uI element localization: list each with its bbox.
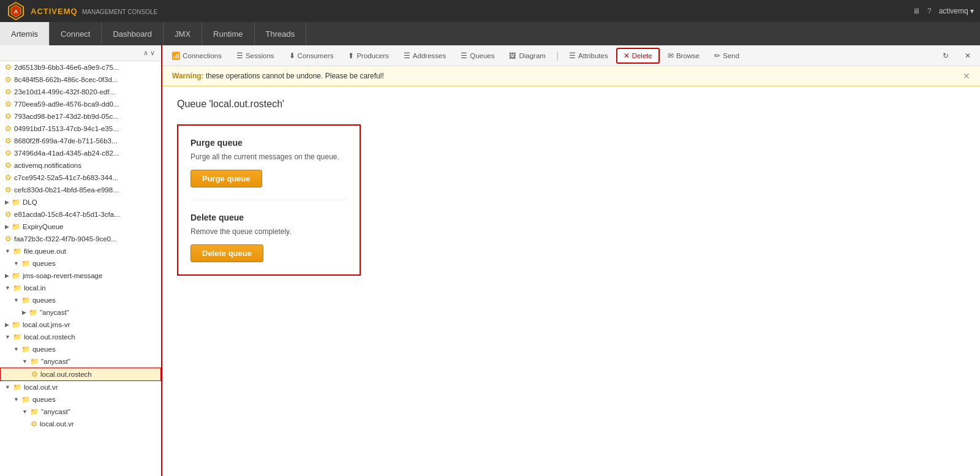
folder-icon: 📁 (13, 383, 21, 391)
gear-icon: ⚙ (5, 149, 12, 157)
tree-item[interactable]: ▼ 📁 queues (0, 393, 161, 406)
tree-item-label: 37496d4a-41ad-4345-ab24-c82... (14, 149, 119, 157)
arrow-right-icon: ▶ (22, 309, 26, 315)
tree-item[interactable]: ⚙ 2d6513b9-6bb3-46e6-a9e9-c75... (0, 61, 161, 74)
tree-item[interactable]: ▶ 📁 local.out.jms-vr (0, 319, 161, 331)
tab-separator: | (556, 50, 559, 61)
tree-item[interactable]: ▼ 📁 local.out.rostech (0, 331, 161, 343)
tree-item-label: queues (32, 297, 56, 304)
tree-item-label: 793acd98-be17-43d2-bb9d-05c... (14, 113, 119, 120)
tree-item-label: local.out.vr (40, 420, 74, 428)
nav-artemis[interactable]: Artemis (0, 22, 50, 45)
monitor-icon[interactable]: 🖥 (913, 7, 920, 15)
tab-sessions[interactable]: ☰ Sessions (230, 48, 281, 63)
tab-diagram[interactable]: 🖼 Diagram (502, 49, 552, 62)
gear-icon: ⚙ (5, 112, 12, 121)
folder-icon: 📁 (21, 345, 30, 353)
tree-item[interactable]: ⚙ 8680f2ff-699a-47de-b711-56b3... (0, 135, 161, 147)
folder-icon: 📁 (13, 284, 21, 292)
tree-item[interactable]: ⚙ faa72b3c-f322-4f7b-9045-9ce0... (0, 233, 161, 245)
tree-item[interactable]: ⚙ local.out.vr (0, 418, 161, 430)
tree-item[interactable]: ⚙ 770eea59-ad9e-4576-bca9-dd0... (0, 98, 161, 110)
tree-item[interactable]: ▶ 📁 "anycast" (0, 306, 161, 319)
logo-sub: MANAGEMENT CONSOLE (82, 9, 157, 15)
tree-item[interactable]: ▼ 📁 queues (0, 343, 161, 355)
nav-bar: Artemis Connect Dashboard JMX Runtime Th… (0, 22, 980, 45)
user-menu[interactable]: activemq ▾ (939, 7, 974, 15)
tree-item-label: 23e10d14-499c-432f-8020-edf... (14, 88, 115, 96)
tree-item[interactable]: ⚙ 04991bd7-1513-47cb-94c1-e35... (0, 123, 161, 135)
nav-connect[interactable]: Connect (50, 22, 102, 45)
purge-queue-btn[interactable]: Purge queue (190, 170, 262, 187)
tab-consumers[interactable]: ⬇ Consumers (282, 48, 341, 63)
tab-delete[interactable]: ✕ Delete (616, 48, 660, 64)
tab-producers[interactable]: ⬆ Producers (341, 48, 395, 63)
tree-item-label: 8680f2ff-699a-47de-b711-56b3... (14, 137, 118, 145)
tree-item[interactable]: ⚙ 793acd98-be17-43d2-bb9d-05c... (0, 110, 161, 123)
tab-send[interactable]: ✏ Send (707, 48, 746, 63)
tree-item-label: DLQ (23, 198, 37, 206)
tree-item[interactable]: ⚙ cefc830d-0b21-4bfd-85ea-e998... (0, 184, 161, 196)
tab-bar-right: ↻ ✕ (936, 48, 978, 63)
tree-item[interactable]: ⚙ 37496d4a-41ad-4345-ab24-c82... (0, 147, 161, 159)
tree-item[interactable]: ▶ 📁 ExpiryQueue (0, 221, 161, 233)
help-icon[interactable]: ? (927, 7, 932, 15)
tree-item[interactable]: ▼ 📁 local.out.vr (0, 381, 161, 393)
tree-item-label: "anycast" (41, 408, 70, 415)
tree-item[interactable]: ⚙ 23e10d14-499c-432f-8020-edf... (0, 86, 161, 98)
gear-icon: ⚙ (5, 124, 12, 133)
top-bar-right: 🖥 ? activemq ▾ (913, 7, 974, 15)
gear-icon: ⚙ (31, 420, 37, 428)
tree-item-label: 770eea59-ad9e-4576-bca9-dd0... (14, 100, 119, 108)
tree-item[interactable]: ▶ 📁 jms-soap-revert-message (0, 270, 161, 282)
tree-item[interactable]: ⚙ c7ce9542-52a5-41c7-b683-344... (0, 172, 161, 184)
tree-container: ⚙ 2d6513b9-6bb3-46e6-a9e9-c75... ⚙ 8c484… (0, 61, 161, 430)
tree-item[interactable]: ⚙ e81acda0-15c8-4c47-b5d1-3cfa... (0, 208, 161, 221)
tree-item[interactable]: ▼ 📁 "anycast" (0, 406, 161, 418)
nav-dashboard[interactable]: Dashboard (102, 22, 164, 45)
logo-area: A ACTIVEMQ MANAGEMENT CONSOLE (6, 1, 157, 21)
sidebar: ∧ ∨ ⚙ 2d6513b9-6bb3-46e6-a9e9-c75... ⚙ 8… (0, 45, 162, 476)
purge-section-title: Purge queue (190, 138, 347, 148)
arrow-down-icon: ▼ (5, 384, 10, 390)
delete-queue-btn[interactable]: Delete queue (190, 244, 263, 262)
tree-item-label: c7ce9542-52a5-41c7-b683-344... (14, 174, 118, 181)
tree-item[interactable]: ▼ 📁 queues (0, 257, 161, 270)
tree-item[interactable]: ⚙ 8c484f58-662b-486c-8cec-0f3d... (0, 74, 161, 86)
folder-icon: 📁 (13, 333, 21, 341)
nav-runtime[interactable]: Runtime (202, 22, 254, 45)
tree-item[interactable]: ▼ 📁 "anycast" (0, 355, 161, 368)
tree-item[interactable]: ▶ 📁 DLQ (0, 196, 161, 208)
delete-section-desc: Remove the queue completely. (190, 227, 347, 236)
tree-item[interactable]: ▼ 📁 local.in (0, 282, 161, 294)
tab-connections[interactable]: 📶 Connections (165, 48, 228, 63)
tree-item[interactable]: ⚙ activemq.notifications (0, 159, 161, 172)
tree-item-label: cefc830d-0b21-4bfd-85ea-e998... (14, 186, 119, 194)
close-btn[interactable]: ✕ (958, 48, 978, 63)
folder-icon: 📁 (12, 320, 20, 329)
gear-icon: ⚙ (5, 186, 12, 194)
folder-icon: 📁 (30, 357, 39, 366)
logo-icon: A (6, 1, 26, 21)
tree-item[interactable]: ▼ 📁 file.queue.out (0, 245, 161, 257)
tab-addresses[interactable]: ☰ Addresses (397, 48, 453, 63)
folder-icon: 📁 (13, 247, 21, 255)
sidebar-collapse-btn[interactable]: ∧ ∨ (141, 48, 157, 58)
tree-item[interactable]: ▼ 📁 queues (0, 294, 161, 306)
tree-item[interactable]: ⚙ local.out.rostech (0, 368, 161, 381)
nav-jmx[interactable]: JMX (164, 22, 202, 45)
delete-content: Queue 'local.out.rostech' Purge queue Pu… (162, 86, 980, 476)
tab-attributes[interactable]: ☰ Attributes (562, 48, 615, 63)
folder-icon: 📁 (12, 198, 20, 206)
nav-threads[interactable]: Threads (255, 22, 307, 45)
purge-section-desc: Purge all the current messages on the qu… (190, 153, 347, 161)
tree-item-label: 2d6513b9-6bb3-46e6-a9e9-c75... (14, 64, 119, 71)
arrow-down-icon: ▼ (13, 297, 19, 303)
tab-queues[interactable]: ☰ Queues (454, 48, 501, 63)
gear-icon: ⚙ (5, 100, 12, 108)
folder-icon: 📁 (30, 407, 39, 416)
tab-browse[interactable]: ✉ Browse (661, 48, 706, 63)
refresh-btn[interactable]: ↻ (936, 48, 956, 63)
arrow-down-icon: ▼ (5, 285, 10, 291)
warning-close-btn[interactable]: ✕ (963, 71, 970, 81)
